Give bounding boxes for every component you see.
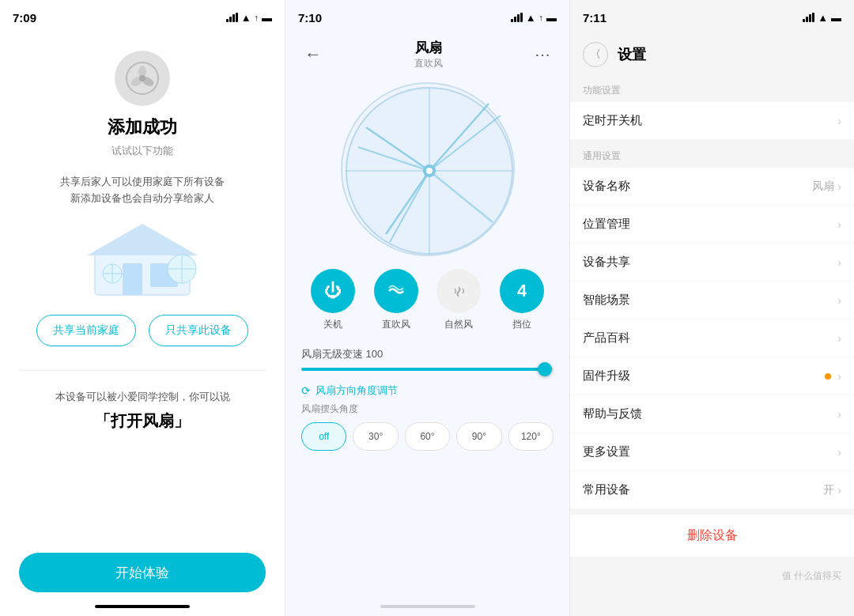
screen2: 7:10 ▲ ↑ ▬ ← 风扇 直吹风 ⋯ <box>285 0 569 616</box>
more-button[interactable]: ⋯ <box>528 42 557 67</box>
start-button[interactable]: 开始体验 <box>19 553 266 592</box>
control-natural-wind: 自然风 <box>436 269 481 331</box>
chevron-icon: › <box>837 446 841 459</box>
share-device-button[interactable]: 只共享此设备 <box>149 315 248 346</box>
screen2-home-indicator <box>380 605 475 608</box>
divider <box>19 370 266 371</box>
location-icon: ↑ <box>255 13 259 22</box>
location-right: › <box>837 218 841 231</box>
screen2-status-bar: 7:10 ▲ ↑ ▬ <box>285 0 569 35</box>
back-button[interactable]: 〈 <box>583 42 608 67</box>
share-family-button[interactable]: 共享当前家庭 <box>36 315 136 346</box>
power-label: 关机 <box>323 318 342 331</box>
timer-switch-item[interactable]: 定时开关机 › <box>570 102 854 139</box>
angle-title-row: ⟳ 风扇方向角度调节 <box>301 384 554 398</box>
angle-title: 风扇方向角度调节 <box>316 384 398 398</box>
slider-track[interactable] <box>301 368 554 371</box>
screen2-title-group: 风扇 直吹风 <box>414 39 443 70</box>
fan-device-icon <box>115 51 170 106</box>
angle-60-button[interactable]: 60° <box>405 422 450 451</box>
angle-icon: ⟳ <box>301 384 311 397</box>
common-device-item[interactable]: 常用设备 开 › <box>570 471 854 508</box>
power-button[interactable]: ⏻ <box>311 269 355 313</box>
wifi-icon: ▲ <box>526 12 536 24</box>
slider-thumb[interactable] <box>538 362 552 376</box>
device-share-right: › <box>837 256 841 269</box>
firmware-item[interactable]: 固件升级 › <box>570 357 854 395</box>
slider-label: 风扇无级变速 100 <box>301 347 554 361</box>
gear-button[interactable]: 4 <box>500 269 544 313</box>
smart-scene-item[interactable]: 智能场景 › <box>570 282 854 319</box>
svg-point-4 <box>139 75 145 81</box>
angle-30-button[interactable]: 30° <box>353 422 398 451</box>
voice-description: 本设备可以被小爱同学控制，你可以说 <box>55 390 230 404</box>
controls-row: ⏻ 关机 直吹风 自然风 4 挡位 <box>285 269 569 331</box>
smart-scene-label: 智能场景 <box>583 293 630 308</box>
function-settings-card: 定时开关机 › <box>570 102 854 139</box>
screen3-status-bar: 7:11 ▲ ▬ <box>570 0 854 35</box>
control-gear: 4 挡位 <box>500 269 544 331</box>
watermark: 值 什么值得买 <box>570 563 854 589</box>
chevron-icon: › <box>837 408 841 421</box>
chevron-icon: › <box>837 294 841 307</box>
product-wiki-label: 产品百科 <box>583 331 630 346</box>
delete-device-button[interactable]: 删除设备 <box>570 515 854 557</box>
firmware-right: › <box>825 370 841 383</box>
help-item[interactable]: 帮助与反馈 › <box>570 395 854 433</box>
section-label-general: 通用设置 <box>570 140 854 168</box>
battery-icon: ▬ <box>831 12 841 24</box>
screen3-header: 〈 设置 <box>570 35 854 74</box>
device-name-value: 风扇 <box>812 180 834 194</box>
timer-switch-right: › <box>837 115 841 127</box>
speed-slider-section: 风扇无级变速 100 <box>285 347 569 371</box>
wind-icon <box>386 281 406 301</box>
direct-wind-button[interactable] <box>374 269 418 313</box>
control-power: ⏻ 关机 <box>311 269 355 331</box>
home-illustration <box>79 220 206 299</box>
screen2-subtitle: 直吹风 <box>414 57 443 70</box>
screen1-content: 添加成功 试试以下功能 共享后家人可以使用家庭下所有设备 新添加设备也会自动分享… <box>0 35 285 599</box>
fan-visual <box>341 82 515 256</box>
natural-wind-button[interactable] <box>436 269 481 313</box>
svg-rect-7 <box>123 263 142 295</box>
device-name-label: 设备名称 <box>583 179 630 194</box>
signal-icon <box>511 13 523 22</box>
screen2-time: 7:10 <box>298 11 322 25</box>
screen1-status-bar: 7:09 ▲ ↑ ▬ <box>0 0 285 35</box>
back-button[interactable]: ← <box>298 41 328 68</box>
section-label-function: 功能设置 <box>570 74 854 102</box>
svg-point-26 <box>426 168 433 174</box>
common-device-value: 开 <box>823 483 834 497</box>
angle-off-button[interactable]: off <box>301 422 346 451</box>
common-device-right: 开 › <box>823 483 841 497</box>
chevron-icon: › <box>837 256 841 269</box>
success-title: 添加成功 <box>108 115 177 139</box>
screen3-title: 设置 <box>618 45 646 64</box>
chevron-icon: › <box>837 180 841 193</box>
battery-icon: ▬ <box>546 12 557 24</box>
screen1: 7:09 ▲ ↑ ▬ 添加成功 试试以下功能 <box>0 0 285 616</box>
angle-90-button[interactable]: 90° <box>456 422 501 451</box>
chevron-icon: › <box>837 332 841 345</box>
screen1-time: 7:09 <box>13 11 36 25</box>
chevron-icon: › <box>837 115 841 127</box>
angle-sublabel: 风扇摆头角度 <box>301 402 554 416</box>
more-settings-item[interactable]: 更多设置 › <box>570 433 854 471</box>
more-settings-right: › <box>837 446 841 459</box>
angle-section: ⟳ 风扇方向角度调节 风扇摆头角度 off 30° 60° 90° 120° <box>285 384 569 451</box>
location-item[interactable]: 位置管理 › <box>570 206 854 244</box>
common-device-label: 常用设备 <box>583 482 630 497</box>
screen2-header: ← 风扇 直吹风 ⋯ <box>285 35 569 74</box>
chevron-icon: › <box>837 218 841 231</box>
product-wiki-item[interactable]: 产品百科 › <box>570 319 854 357</box>
svg-marker-6 <box>87 224 198 255</box>
gear-label: 挡位 <box>512 318 531 331</box>
angle-120-button[interactable]: 120° <box>508 422 554 451</box>
delete-card: 删除设备 <box>570 515 854 557</box>
device-share-item[interactable]: 设备共享 › <box>570 244 854 282</box>
device-name-item[interactable]: 设备名称 风扇 › <box>570 168 854 206</box>
signal-icon <box>226 13 238 22</box>
settings-list: 功能设置 定时开关机 › 通用设置 设备名称 风扇 › 位置管理 <box>570 74 854 616</box>
fan-svg-icon <box>125 61 160 96</box>
location-icon: ↑ <box>539 13 544 22</box>
